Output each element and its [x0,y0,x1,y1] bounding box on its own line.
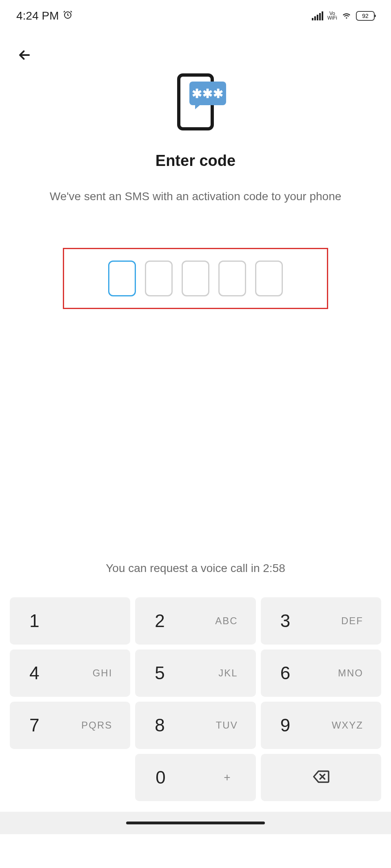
key-6[interactable]: 6 MNO [261,649,381,697]
status-right: Vo WiFi 92 [312,10,375,22]
otp-digit-5[interactable] [255,261,283,296]
vowifi-icon: Vo WiFi [327,11,337,20]
battery-icon: 92 [356,11,375,21]
otp-input-group[interactable] [63,248,328,309]
otp-digit-2[interactable] [145,261,173,296]
wifi-icon [341,10,352,22]
nav-handle[interactable] [126,822,265,824]
back-button[interactable] [16,47,33,63]
otp-digit-4[interactable] [218,261,246,296]
key-2[interactable]: 2 ABC [135,597,255,645]
status-left: 4:24 PM [16,9,73,22]
status-time: 4:24 PM [16,9,59,22]
sms-bubble-icon: ✱✱✱ [189,82,226,105]
otp-digit-3[interactable] [182,261,209,296]
key-5[interactable]: 5 JKL [135,649,255,697]
page-subtitle: We've sent an SMS with an activation cod… [38,190,354,203]
status-bar: 4:24 PM Vo WiFi 92 [0,0,391,29]
backspace-icon [311,767,330,788]
nav-bar [0,812,391,834]
alarm-icon [63,9,73,22]
key-blank [10,754,130,801]
key-9[interactable]: 9 WXYZ [261,702,381,749]
key-0[interactable]: 0 + [135,754,255,801]
key-7[interactable]: 7 PQRS [10,702,130,749]
voice-call-hint: You can request a voice call in 2:58 [0,562,391,575]
key-backspace[interactable] [261,754,381,801]
key-3[interactable]: 3 DEF [261,597,381,645]
key-4[interactable]: 4 GHI [10,649,130,697]
key-8[interactable]: 8 TUV [135,702,255,749]
phone-sms-illustration: ✱✱✱ [169,71,222,133]
numeric-keypad: 1 2 ABC 3 DEF 4 GHI 5 JKL 6 MNO 7 PQRS 8… [0,597,391,808]
page-title: Enter code [156,152,235,170]
key-1[interactable]: 1 [10,597,130,645]
otp-digit-1[interactable] [108,261,136,296]
signal-icon [312,11,323,20]
